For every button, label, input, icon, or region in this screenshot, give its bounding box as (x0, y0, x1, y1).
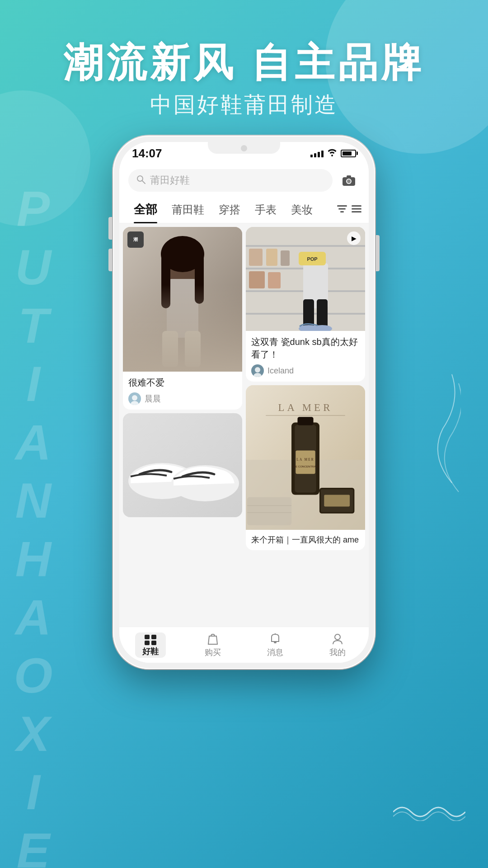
svg-rect-58 (247, 497, 291, 525)
content-grid: 潮 很难不爱 晨晨 (119, 223, 369, 627)
svg-point-44 (253, 373, 262, 377)
bg-vertical-text: PUTIANHAOXIE (8, 181, 58, 868)
tab-all[interactable]: 全部 (127, 196, 164, 223)
nav-item-shop[interactable]: 购买 (182, 632, 244, 658)
play-icon[interactable]: ▶ (347, 231, 361, 245)
svg-point-20 (132, 395, 137, 401)
nav-home-active: 好鞋 (135, 632, 166, 658)
svg-rect-22 (123, 413, 242, 517)
svg-text:THE CONCENTRATE: THE CONCENTRATE (292, 465, 319, 468)
card-lamer-info: 来个开箱｜一直风很大的 ame (246, 530, 365, 550)
tab-watch[interactable]: 手表 (248, 196, 284, 223)
card-lamer-image: LA MER LA MER THE CONCENTRATE (246, 385, 365, 530)
svg-rect-15 (162, 331, 178, 367)
signal-bar-4 (321, 151, 324, 157)
camera-button[interactable] (338, 170, 360, 191)
search-input-wrap[interactable]: 莆田好鞋 (128, 169, 333, 192)
user-avatar-chenchen (128, 392, 141, 405)
tab-shoes[interactable]: 莆田鞋 (164, 196, 211, 223)
grid-col-right: POP ▶ 这双青 瓷dunk sb真的太好看了！ Icelan (246, 227, 365, 623)
phone-mockup: 14:07 (113, 136, 375, 669)
tab-outfit[interactable]: 穿搭 (211, 196, 248, 223)
user-name-chenchen: 晨晨 (145, 393, 161, 404)
svg-rect-35 (268, 272, 281, 288)
nav-shop-label: 购买 (205, 647, 221, 658)
card-shoe-store-image: POP ▶ (246, 227, 365, 331)
search-icon (136, 175, 145, 186)
cat-icons (337, 204, 361, 216)
nav-item-messages[interactable]: 消息 (244, 632, 306, 658)
svg-text:LA MER: LA MER (296, 458, 314, 462)
card-woman-title: 很难不爱 (128, 376, 237, 389)
card-white-shoes-image (123, 413, 242, 517)
profile-icon (331, 632, 344, 645)
grid-col-left: 潮 很难不爱 晨晨 (123, 227, 242, 623)
nav-home-label: 好鞋 (142, 646, 159, 657)
hero-subtitle: 中国好鞋莆田制造 (0, 90, 488, 119)
user-avatar-iceland (251, 364, 264, 377)
shop-bag-icon (206, 632, 219, 645)
menu-icon[interactable] (352, 204, 361, 216)
card-white-shoes[interactable] (123, 413, 242, 517)
nav-item-home[interactable]: 好鞋 (119, 632, 182, 658)
volume-down-button (108, 249, 112, 271)
svg-point-21 (131, 401, 139, 405)
svg-rect-32 (266, 249, 277, 266)
svg-rect-10 (352, 208, 361, 209)
search-bar: 莆田好鞋 (119, 165, 369, 196)
card-woman-image: 潮 (123, 227, 242, 372)
category-tabs: 全部 莆田鞋 穿搭 手表 美妆 (119, 196, 369, 223)
deco-curves (425, 365, 461, 503)
svg-line-1 (142, 181, 145, 184)
svg-rect-5 (347, 175, 351, 178)
filter-icon[interactable] (337, 204, 347, 216)
svg-rect-7 (338, 208, 346, 209)
nav-item-profile[interactable]: 我的 (306, 632, 369, 658)
battery-icon (341, 150, 356, 157)
signal-bar-1 (310, 155, 313, 157)
card-woman-info: 很难不爱 晨晨 (123, 372, 242, 410)
nav-messages-label: 消息 (267, 647, 283, 658)
signal-bar-3 (318, 152, 320, 157)
card-shoe-store-info: 这双青 瓷dunk sb真的太好看了！ Iceland (246, 331, 365, 382)
svg-rect-31 (249, 249, 263, 266)
home-grid-icon (144, 634, 157, 645)
search-placeholder: 莆田好鞋 (150, 174, 190, 187)
card-lamer[interactable]: LA MER LA MER THE CONCENTRATE (246, 385, 365, 550)
svg-rect-34 (249, 271, 265, 288)
svg-rect-61 (145, 635, 150, 639)
svg-point-43 (255, 367, 260, 373)
bell-icon (269, 632, 281, 645)
svg-rect-18 (161, 254, 170, 308)
wave-decoration (393, 803, 465, 823)
svg-rect-19 (195, 254, 204, 304)
svg-rect-16 (185, 331, 201, 367)
nav-profile-label: 我的 (329, 647, 346, 658)
bottom-nav: 好鞋 购买 消息 (119, 627, 369, 663)
phone-screen: 14:07 (119, 142, 369, 663)
svg-text:LA MER: LA MER (278, 402, 333, 413)
svg-rect-52 (296, 451, 315, 474)
svg-text:POP: POP (307, 256, 317, 262)
signal-icon (310, 149, 324, 157)
svg-point-0 (137, 176, 143, 181)
card-woman[interactable]: 潮 很难不爱 晨晨 (123, 227, 242, 410)
user-tag: 潮 (127, 231, 144, 248)
wifi-icon (327, 148, 337, 159)
card-shoe-store-title: 这双青 瓷dunk sb真的太好看了！ (251, 335, 360, 361)
svg-rect-57 (324, 495, 350, 507)
hero-title: 潮流新风 自主品牌 (0, 36, 488, 90)
tab-beauty[interactable]: 美妆 (284, 196, 320, 223)
svg-rect-14 (167, 279, 198, 338)
card-shoe-store-user: Iceland (251, 364, 360, 377)
svg-rect-64 (151, 641, 156, 645)
status-icons (310, 148, 356, 159)
front-camera (241, 145, 247, 151)
svg-rect-8 (340, 211, 344, 212)
svg-rect-11 (352, 211, 361, 212)
svg-rect-65 (274, 642, 277, 643)
volume-up-button (108, 217, 112, 240)
power-button (376, 235, 380, 271)
card-shoe-store[interactable]: POP ▶ 这双青 瓷dunk sb真的太好看了！ Icelan (246, 227, 365, 382)
svg-rect-27 (246, 245, 365, 247)
